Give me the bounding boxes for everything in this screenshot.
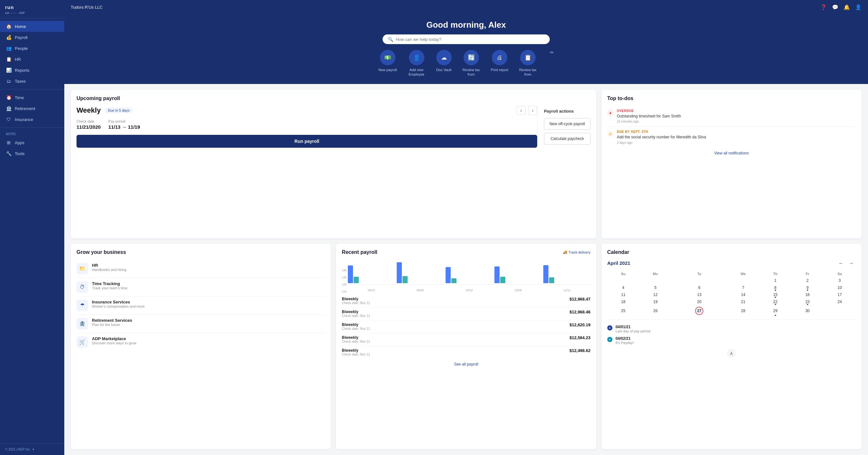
cal-day-22[interactable]: 22 [760,298,792,305]
cal-day-28[interactable]: 28 [727,305,760,316]
calendar-prev-button[interactable]: ← [837,260,845,267]
sidebar-item-apps-label: Apps [15,140,25,145]
cal-day-8[interactable]: 8 [760,284,792,291]
user-icon[interactable]: 👤 [855,4,862,10]
search-bar[interactable]: 🔍 [382,34,550,44]
quick-action-new-payroll[interactable]: 💵 New payroll [378,50,397,77]
search-input[interactable] [396,37,545,42]
sidebar-item-people-label: People [15,46,28,51]
recent-payroll-title: Recent payroll [342,249,377,255]
sidebar-item-reports[interactable]: 📊 Reports [0,65,64,76]
grow-item-insurance-title: Insurance Services [92,300,145,305]
sidebar-item-time[interactable]: ⏰ Time [0,92,64,103]
sidebar-item-taxes[interactable]: 🗂 Taxes [0,76,64,87]
cal-day-25[interactable]: 25 [607,305,640,316]
calendar-grid: Su Mo Tu We Th Fr Sa 1234567891011121314… [607,271,856,316]
cal-day-26[interactable]: 26 [640,305,672,316]
notification-icon[interactable]: 🔔 [843,4,850,10]
sidebar-item-taxes-label: Taxes [15,79,26,84]
row-4-type: Biweekly [342,348,370,353]
cal-day-13[interactable]: 13 [672,291,727,298]
grow-card-title: Grow your business [76,249,325,255]
see-all-payroll-link[interactable]: See all payroll [454,362,478,367]
grow-item-time-tracking[interactable]: ⏱ Time Tracking Track your team's time [76,278,325,296]
cal-day-4[interactable]: 4 [607,284,640,291]
edit-quick-actions-icon[interactable]: ✏ [550,50,554,77]
sidebar-logo: run run ········ · ADP [0,0,64,18]
payroll-prev-button[interactable]: ‹ [517,106,526,115]
quick-action-review-tax-2[interactable]: 📋 Review tax from [517,50,539,77]
cal-day-27[interactable]: 27 [672,305,727,316]
sidebar-footer: © 2021 | ADP Inc. ▾ [0,444,64,455]
help-icon[interactable]: ❓ [820,4,827,10]
run-payroll-button[interactable]: Run payroll [76,135,537,148]
content-grid: Upcoming payroll Weekly Due in 5 days ‹ … [64,84,868,455]
grow-item-insurance[interactable]: ☂ Insurance Services Worker's compensati… [76,296,325,315]
cal-day-23[interactable]: 23 [792,298,824,305]
quick-action-print-report[interactable]: 🖨 Print report [491,50,508,77]
sidebar-item-home[interactable]: 🏠 Home [0,21,64,32]
cal-day-1[interactable]: 1 [760,277,792,284]
quick-action-add-employee[interactable]: 👤 Add new Employee [405,50,428,77]
todo-time-1: 2 days ago [617,141,706,144]
todos-card-title: Top to-dos [607,95,856,102]
view-all-notifications-link[interactable]: View all notifications [607,148,856,155]
sidebar-item-people[interactable]: 👥 People [0,43,64,54]
sidebar-item-payroll[interactable]: 💰 Payroll [0,32,64,43]
calendar-scroll-up-button[interactable]: ∧ [727,349,736,358]
cal-day-21[interactable]: 21 [727,298,760,305]
cal-day-3[interactable]: 3 [824,277,856,284]
cal-day-2[interactable]: 2 [792,277,824,284]
cal-day-empty [607,277,640,284]
cal-day-15[interactable]: 15 [760,291,792,298]
cal-day-20[interactable]: 20 [672,298,727,305]
calculate-paycheck-button[interactable]: Calculate paycheck [544,133,590,144]
doc-vault-icon: ☁ [436,50,452,65]
check-date-label: Check date [76,119,101,123]
payroll-icon: 💰 [6,35,11,40]
upcoming-payroll-card: Upcoming payroll Weekly Due in 5 days ‹ … [71,90,596,238]
cal-day-30[interactable]: 30 [792,305,824,316]
cal-event-1-desc: It's Payday! [616,341,634,345]
calendar-next-button[interactable]: → [847,260,856,267]
grow-item-retirement[interactable]: 🏦 Retirement Services Plan for the futur… [76,315,325,333]
grow-item-hr[interactable]: 📁 HR Handbooks and hiring [76,260,325,278]
sidebar-item-insurance[interactable]: 🛡 Insurance [0,114,64,125]
grow-item-marketplace[interactable]: 🛒 ADP Marketplace Discover more ways to … [76,333,325,351]
cal-day-24[interactable]: 24 [824,298,856,305]
calendar-events: ● 04/01/21 Last day of pay period ● 04/0… [607,319,856,346]
cal-day-17[interactable]: 17 [824,291,856,298]
payroll-next-button[interactable]: › [528,106,537,115]
cal-day-th: Th [760,271,792,277]
new-off-cycle-button[interactable]: New off-cycle payroll [544,118,590,130]
sidebar-item-retirement[interactable]: 🏦 Retirement [0,103,64,114]
chart-label-0: 09/15 [348,289,395,292]
marketplace-grow-icon: 🛒 [76,336,88,348]
quick-action-review-tax-1[interactable]: 🔄 Review tax from [460,50,483,77]
cal-day-we: We [727,271,760,277]
quick-action-doc-vault[interactable]: ☁ Doc Vault [436,50,452,77]
cal-day-14[interactable]: 14 [727,291,760,298]
cal-day-10[interactable]: 10 [824,284,856,291]
cal-day-11[interactable]: 11 [607,291,640,298]
main-content: Tudors R'Us LLC ❓ 💬 🔔 👤 Good morning, Al… [64,0,868,455]
sidebar-item-tools[interactable]: 🔧 Tools [0,148,64,159]
grow-item-marketplace-title: ADP Marketplace [92,336,136,341]
sidebar-item-apps[interactable]: ⊞ Apps [0,137,64,148]
chat-icon[interactable]: 💬 [832,4,838,10]
dropdown-icon[interactable]: ▾ [32,448,34,451]
cal-day-18[interactable]: 18 [607,298,640,305]
cal-day-12[interactable]: 12 [640,291,672,298]
cal-day-29[interactable]: 29 [760,305,792,316]
cal-day-19[interactable]: 19 [640,298,672,305]
row-4-date: Check date: Nov 11 [342,353,370,356]
cal-day-9[interactable]: 9 [792,284,824,291]
cal-day-5[interactable]: 5 [640,284,672,291]
cal-day-7[interactable]: 7 [727,284,760,291]
insurance-icon: 🛡 [6,117,11,122]
cal-day-16[interactable]: 16 [792,291,824,298]
todo-text-0: Outstanding timesheet for Sam Smith [617,114,681,119]
track-delivery-link[interactable]: 🚚 Track delivery [563,250,591,254]
cal-day-6[interactable]: 6 [672,284,727,291]
sidebar-item-hr[interactable]: 📋 HR [0,54,64,65]
